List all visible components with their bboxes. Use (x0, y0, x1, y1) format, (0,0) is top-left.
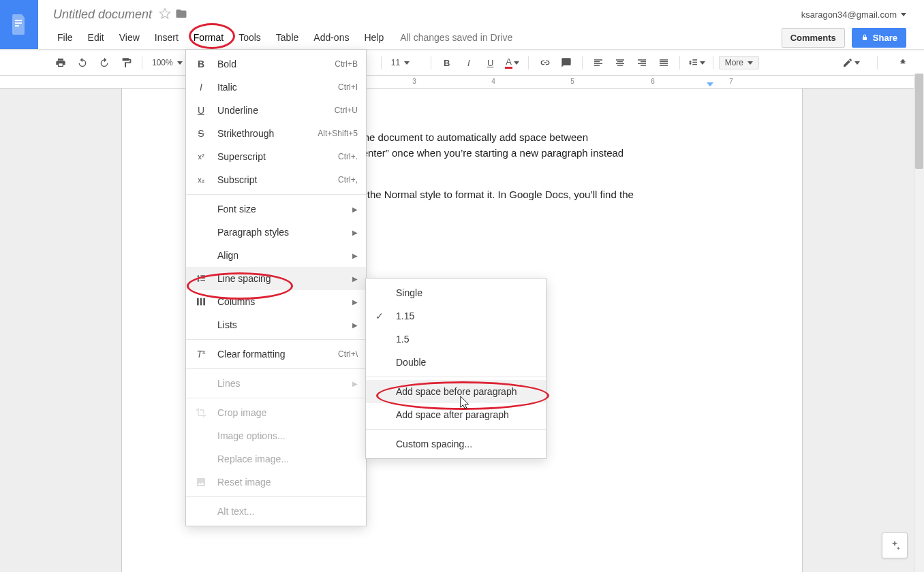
redo-icon[interactable] (94, 54, 114, 71)
separator (877, 56, 878, 69)
right-indent-marker[interactable] (707, 82, 713, 86)
separator (679, 56, 680, 69)
line-spacing-icon[interactable] (686, 54, 707, 71)
ruler-tick: 6 (651, 78, 655, 85)
menu-subscript[interactable]: x₂SubscriptCtrl+, (186, 168, 366, 191)
menubar-file[interactable]: File (50, 28, 80, 47)
separator (431, 56, 431, 69)
align-center-icon[interactable] (610, 54, 630, 71)
separator (381, 56, 382, 69)
add-space-before[interactable]: Add space before paragraph (366, 380, 546, 403)
svg-rect-3 (197, 298, 199, 306)
menubar-tools[interactable]: Tools (232, 28, 268, 47)
underline-icon[interactable]: U (480, 54, 501, 71)
print-icon[interactable] (50, 54, 71, 71)
menu-italic[interactable]: IItalicCtrl+I (186, 76, 366, 99)
spacing-single[interactable]: Single (366, 281, 546, 304)
menu-reset-image: Reset image (186, 471, 366, 494)
folder-icon[interactable] (175, 7, 187, 22)
menubar-addons[interactable]: Add-ons (307, 28, 356, 47)
add-space-after[interactable]: Add space after paragraph (366, 403, 546, 426)
menubar-insert[interactable]: Insert (148, 28, 185, 47)
ruler-tick: 7 (729, 78, 733, 85)
separator (582, 56, 583, 69)
share-label: Share (873, 33, 897, 43)
bold-icon[interactable]: B (437, 54, 457, 71)
menubar-format[interactable]: Format (187, 28, 230, 47)
menu-columns[interactable]: Columns▶ (186, 290, 366, 313)
zoom-combo[interactable]: 100% (148, 54, 187, 71)
svg-rect-4 (200, 298, 202, 306)
menu-line-spacing[interactable]: Line spacing▶ (186, 267, 366, 290)
separator (713, 56, 713, 69)
account-email[interactable]: ksaragon34@gmail.com (801, 10, 917, 20)
menu-crop-image: Crop image (186, 401, 366, 424)
save-state: All changes saved in Drive (400, 32, 512, 43)
menu-superscript[interactable]: x²SuperscriptCtrl+. (186, 145, 366, 168)
menu-bold[interactable]: BBoldCtrl+B (186, 52, 366, 76)
document-title[interactable]: Untitled document (50, 6, 155, 23)
editing-mode-icon[interactable] (840, 54, 862, 71)
menu-lines: Lines▶ (186, 372, 366, 395)
menu-underline[interactable]: UUnderlineCtrl+U (186, 99, 366, 122)
svg-rect-5 (203, 298, 205, 306)
menu-image-options: Image options... (186, 424, 366, 447)
check-icon: ✓ (375, 311, 384, 321)
font-size-combo[interactable]: 11 (387, 54, 425, 71)
ruler-tick: 4 (491, 78, 495, 85)
menubar-edit[interactable]: Edit (81, 28, 111, 47)
link-icon[interactable] (534, 54, 555, 71)
scrollbar-thumb[interactable] (915, 74, 923, 169)
custom-spacing[interactable]: Custom spacing... (366, 432, 546, 456)
menu-lists[interactable]: Lists▶ (186, 313, 366, 336)
scrollbar[interactable] (914, 74, 924, 572)
spacing-115[interactable]: ✓1.15 (366, 304, 546, 328)
star-icon[interactable] (159, 7, 171, 22)
align-left-icon[interactable] (588, 54, 609, 71)
separator (528, 56, 529, 69)
spacing-15[interactable]: 1.5 (366, 328, 546, 351)
separator (142, 56, 142, 69)
menubar-view[interactable]: View (112, 28, 147, 47)
menu-alt-text: Alt text... (186, 500, 366, 523)
format-menu: BBoldCtrl+B IItalicCtrl+I UUnderlineCtrl… (185, 49, 367, 526)
menu-align[interactable]: Align▶ (186, 244, 366, 267)
share-button[interactable]: Share (852, 28, 906, 48)
align-right-icon[interactable] (632, 54, 652, 71)
caret-down-icon (901, 13, 906, 16)
svg-rect-0 (15, 20, 22, 21)
svg-rect-1 (15, 22, 22, 24)
undo-icon[interactable] (72, 54, 93, 71)
ruler-tick: 3 (412, 78, 416, 85)
comment-icon[interactable] (556, 54, 576, 71)
ruler-tick: 5 (570, 78, 574, 85)
menu-paragraph-styles[interactable]: Paragraph styles▶ (186, 221, 366, 244)
menubar-table[interactable]: Table (269, 28, 305, 47)
ruler[interactable]: 3 4 5 6 7 (0, 76, 924, 89)
paint-format-icon[interactable] (116, 54, 136, 71)
italic-icon[interactable]: I (459, 54, 479, 71)
line-spacing-submenu: Single ✓1.15 1.5 Double Add space before… (365, 278, 546, 459)
menu-replace-image: Replace image... (186, 447, 366, 471)
comments-button[interactable]: Comments (782, 28, 845, 48)
spacing-double[interactable]: Double (366, 351, 546, 374)
menu-clear-formatting[interactable]: TxClear formattingCtrl+\ (186, 343, 366, 366)
align-justify-icon[interactable] (653, 54, 674, 71)
collapse-icon[interactable] (893, 54, 913, 71)
more-button[interactable]: More (719, 56, 759, 69)
menu-strikethrough[interactable]: SStrikethroughAlt+Shift+5 (186, 122, 366, 145)
menubar-help[interactable]: Help (357, 28, 390, 47)
explore-button[interactable] (882, 533, 908, 558)
text-color-icon[interactable]: A (502, 54, 523, 71)
menu-font-size[interactable]: Font size▶ (186, 197, 366, 221)
